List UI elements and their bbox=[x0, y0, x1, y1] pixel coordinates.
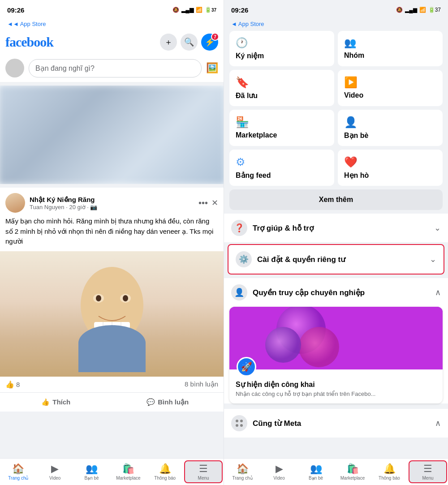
video-icon: ▶ bbox=[51, 463, 59, 475]
menu-card-dating[interactable]: ❤️ Hẹn hò bbox=[338, 150, 443, 186]
right-nav-notification[interactable]: 🔔 Thông báo bbox=[371, 459, 408, 485]
post-image bbox=[0, 251, 224, 377]
left-time: 09:26 bbox=[7, 6, 24, 14]
menu-icon: ☰ bbox=[199, 463, 208, 475]
right-nav-friends[interactable]: 👥 Bạn bè bbox=[297, 459, 334, 485]
svg-point-17 bbox=[236, 424, 238, 427]
menu-card-kyniem[interactable]: 🕐 Ký niệm bbox=[229, 31, 334, 66]
messenger-badge: 7 bbox=[211, 33, 219, 41]
search-button[interactable]: 🔍 bbox=[181, 34, 198, 51]
nav-home[interactable]: 🏠 Trang chủ bbox=[0, 459, 37, 485]
right-time: 09:26 bbox=[231, 6, 248, 14]
post-card: Nhật Ký Niềng Răng Tuan Nguyen · 20 giờ … bbox=[0, 188, 224, 412]
svg-rect-10 bbox=[78, 343, 146, 372]
svg-point-4 bbox=[123, 295, 128, 301]
left-status-bar: 09:26 🔕 ▂▄▆ 📶 🔋37 bbox=[0, 0, 224, 20]
pro-card-image: 🚀 bbox=[229, 307, 443, 369]
friends-menu-icon: 👤 bbox=[344, 116, 436, 129]
right-home-icon: 🏠 bbox=[237, 463, 249, 475]
help-icon: ❓ bbox=[231, 220, 247, 236]
left-app-store-back[interactable]: ◄ ◄ App Store bbox=[0, 20, 224, 30]
right-video-icon: ▶ bbox=[276, 463, 283, 475]
left-status-icons: 🔕 ▂▄▆ 📶 🔋37 bbox=[172, 7, 216, 13]
top-grid-partial: 🕐 Ký niệm 👥 Nhóm bbox=[224, 29, 448, 66]
dating-icon: ❤️ bbox=[344, 156, 436, 168]
right-app-store-back[interactable]: ◄ App Store bbox=[224, 20, 448, 29]
search-icon: 🔍 bbox=[184, 37, 194, 47]
right-marketplace-icon: 🛍️ bbox=[347, 463, 359, 475]
meta-icon bbox=[231, 415, 247, 431]
marketplace-icon: 🛍️ bbox=[122, 463, 134, 475]
right-nav-menu[interactable]: ☰ Menu bbox=[409, 460, 447, 483]
nav-notification[interactable]: 🔔 Thông báo bbox=[146, 459, 183, 485]
plus-icon: ＋ bbox=[164, 37, 172, 47]
pro-card-body: Sự hiện diện công khai Nhận các công cụ … bbox=[229, 369, 443, 403]
pro-card-desc: Nhận các công cụ hỗ trợ bạn phát triển t… bbox=[236, 391, 436, 397]
settings-section-row[interactable]: ⚙️ Cài đặt & quyền riêng tư ⌄ bbox=[228, 244, 444, 275]
post-close-button[interactable]: ✕ bbox=[211, 198, 218, 208]
right-bell-off-icon: 🔕 bbox=[396, 7, 403, 13]
wifi-icon: 📶 bbox=[196, 7, 202, 13]
like-count: 8 bbox=[16, 381, 20, 388]
right-wifi-icon: 📶 bbox=[419, 7, 426, 13]
messenger-button[interactable]: ⚡ 7 bbox=[201, 34, 218, 51]
plus-button[interactable]: ＋ bbox=[160, 34, 177, 51]
signal-icon: ▂▄▆ bbox=[181, 7, 194, 13]
help-chevron-icon: ⌄ bbox=[434, 223, 441, 233]
user-avatar bbox=[5, 59, 24, 77]
nav-marketplace[interactable]: 🛍️ Marketplace bbox=[110, 459, 146, 485]
menu-card-video[interactable]: ▶️ Video bbox=[338, 70, 443, 106]
comment-button[interactable]: 💬 Bình luận bbox=[112, 395, 224, 410]
pro-card-title: Sự hiện diện công khai bbox=[236, 380, 436, 389]
comment-icon: 💬 bbox=[146, 398, 155, 406]
menu-card-saved[interactable]: 🔖 Đã lưu bbox=[229, 70, 334, 106]
like-button[interactable]: 👍 Thích bbox=[0, 395, 112, 410]
professional-header[interactable]: 👤 Quyền truy cập chuyên nghiệp ∧ bbox=[224, 278, 448, 307]
video-menu-icon: ▶️ bbox=[344, 76, 436, 89]
professional-icon: 👤 bbox=[231, 284, 247, 300]
header-icons: ＋ 🔍 ⚡ 7 bbox=[160, 34, 218, 51]
pro-card-avatar: 🚀 bbox=[237, 357, 256, 377]
professional-section: 👤 Quyền truy cập chuyên nghiệp ∧ bbox=[224, 278, 448, 403]
meta-header[interactable]: Cũng từ Meta ∧ bbox=[224, 409, 448, 438]
help-section-row[interactable]: ❓ Trợ giúp & hỗ trợ ⌄ bbox=[224, 214, 448, 242]
meta-chevron-icon: ∧ bbox=[435, 418, 441, 428]
post-input[interactable]: Bạn đang nghĩ gì? bbox=[29, 59, 202, 77]
feed-section: Nhật Ký Niềng Răng Tuan Nguyen · 20 giờ … bbox=[0, 86, 224, 458]
svg-point-15 bbox=[236, 420, 238, 422]
facebook-logo: facebook bbox=[5, 34, 53, 50]
post-author-avatar bbox=[5, 193, 25, 213]
post-more-options[interactable]: ••• bbox=[198, 198, 208, 208]
marketplace-menu-icon: 🏪 bbox=[236, 116, 328, 129]
nav-menu[interactable]: ☰ Menu bbox=[184, 460, 223, 483]
right-notification-icon: 🔔 bbox=[383, 463, 396, 475]
post-header: Nhật Ký Niềng Răng Tuan Nguyen · 20 giờ … bbox=[0, 188, 224, 216]
right-menu-icon: ☰ bbox=[423, 463, 432, 475]
feed-icon: ⚙ bbox=[236, 156, 328, 168]
svg-point-14 bbox=[265, 327, 301, 363]
right-bottom-nav: 🏠 Trang chủ ▶ Video 👥 Bạn bè 🛍️ Marketpl… bbox=[224, 458, 448, 485]
right-nav-video[interactable]: ▶ Video bbox=[261, 459, 297, 485]
nhom-icon: 👥 bbox=[344, 37, 436, 49]
nav-video[interactable]: ▶ Video bbox=[37, 459, 73, 485]
left-panel: 09:26 🔕 ▂▄▆ 📶 🔋37 ◄ ◄ App Store facebook… bbox=[0, 0, 224, 485]
menu-card-feed[interactable]: ⚙ Bảng feed bbox=[229, 150, 334, 186]
blurred-post bbox=[0, 86, 224, 184]
friends-icon: 👥 bbox=[86, 463, 98, 475]
pro-card[interactable]: 🚀 Sự hiện diện công khai Nhận các công c… bbox=[229, 307, 443, 403]
right-nav-marketplace[interactable]: 🛍️ Marketplace bbox=[334, 459, 371, 485]
xem-them-button[interactable]: Xem thêm bbox=[229, 189, 443, 210]
menu-card-marketplace[interactable]: 🏪 Marketplace bbox=[229, 110, 334, 146]
right-friends-icon: 👥 bbox=[310, 463, 322, 475]
nav-friends[interactable]: 👥 Bạn bè bbox=[73, 459, 110, 485]
menu-card-nhom[interactable]: 👥 Nhóm bbox=[338, 31, 443, 66]
professional-chevron-icon: ∧ bbox=[435, 288, 441, 297]
saved-icon: 🔖 bbox=[236, 76, 328, 89]
svg-point-3 bbox=[96, 295, 101, 301]
right-nav-home[interactable]: 🏠 Trang chủ bbox=[224, 459, 261, 485]
like-emoji: 👍 bbox=[5, 380, 14, 389]
right-signal-icon: ▂▄▆ bbox=[405, 7, 417, 13]
photo-icon[interactable]: 🖼️ bbox=[206, 62, 218, 74]
menu-card-friends[interactable]: 👤 Bạn bè bbox=[338, 110, 443, 146]
right-scroll-area: 🕐 Ký niệm 👥 Nhóm 🔖 Đã lưu ▶️ Video 🏪 Mar… bbox=[224, 29, 448, 458]
